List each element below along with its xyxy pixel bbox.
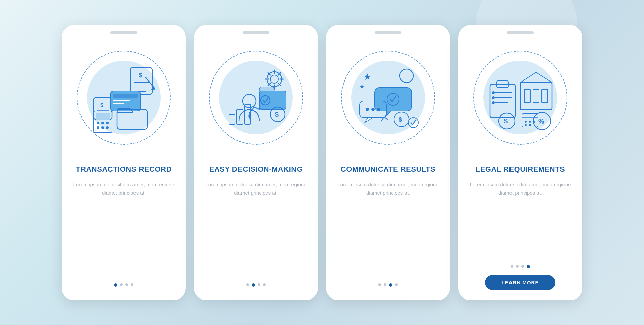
card-2-dots xyxy=(246,283,266,287)
card-1-dots xyxy=(114,283,133,287)
communicate-icon: $ xyxy=(348,57,428,138)
svg-text:%: % xyxy=(538,118,544,125)
dot-2-3 xyxy=(258,283,260,286)
svg-point-51 xyxy=(371,108,375,111)
svg-text:$: $ xyxy=(100,102,103,108)
svg-point-44 xyxy=(400,69,413,83)
illustration-transactions: $ $ xyxy=(62,34,186,161)
svg-point-20 xyxy=(97,126,99,129)
svg-text:$: $ xyxy=(139,72,142,79)
phone-notch-4 xyxy=(507,31,534,34)
svg-point-61 xyxy=(492,91,495,94)
card-3-dots xyxy=(378,283,398,287)
svg-point-55 xyxy=(408,118,418,128)
dot-3-1 xyxy=(378,283,381,286)
card-3-content: COMMUNICATE RESULTS Lorem ipsum dolor si… xyxy=(326,161,450,300)
card-4-content: LEGAL REQUIREMENTS Lorem ipsum dolor sit… xyxy=(458,161,582,300)
illustration-communicate: $ xyxy=(326,34,450,161)
card-transactions-record: $ $ xyxy=(62,25,186,300)
card-2-title: EASY DECISION-MAKING xyxy=(209,165,303,174)
dot-3-2 xyxy=(384,283,386,286)
dot-4-3 xyxy=(521,265,524,268)
transactions-icon: $ $ xyxy=(84,57,164,138)
svg-point-81 xyxy=(525,124,527,126)
dot-4-1 xyxy=(511,265,513,268)
svg-point-22 xyxy=(106,126,109,129)
dot-3-4 xyxy=(395,283,398,286)
svg-point-63 xyxy=(492,101,495,104)
dot-3-3 xyxy=(389,283,392,287)
decision-icon: $ xyxy=(216,57,296,138)
card-legal-requirements: $ % LEGAL REQUIREMENTS Lorem ipsum dolor… xyxy=(458,25,582,300)
svg-rect-66 xyxy=(524,89,530,103)
dot-1-2 xyxy=(120,283,123,286)
svg-point-80 xyxy=(533,121,535,123)
card-4-title: LEGAL REQUIREMENTS xyxy=(476,165,565,174)
svg-point-62 xyxy=(492,96,495,99)
svg-rect-68 xyxy=(542,89,548,103)
svg-point-79 xyxy=(529,121,531,123)
svg-rect-12 xyxy=(113,94,138,98)
card-3-title: COMMUNICATE RESULTS xyxy=(341,165,435,174)
svg-point-21 xyxy=(101,126,104,129)
svg-text:$: $ xyxy=(504,117,508,125)
card-communicate-results: $ COMMUNICATE RESULTS Lorem ipsum dolor … xyxy=(326,25,450,300)
svg-rect-64 xyxy=(520,83,552,109)
phone-notch-2 xyxy=(243,31,269,34)
dot-4-4 xyxy=(527,265,530,268)
card-1-description: Lorem ipsum dolor sit dim amet, mea regi… xyxy=(72,181,176,197)
card-easy-decision-making: $ EASY DECISION-MAKING Lorem ipsum dolor… xyxy=(194,25,318,300)
svg-text:$: $ xyxy=(399,116,402,123)
card-1-title: TRANSACTIONS RECORD xyxy=(76,165,172,174)
cards-container: $ $ xyxy=(48,12,596,314)
dot-1-4 xyxy=(131,283,133,286)
phone-notch-1 xyxy=(110,31,137,34)
svg-point-18 xyxy=(101,122,104,124)
svg-point-78 xyxy=(525,121,527,123)
dot-1-3 xyxy=(125,283,128,286)
card-2-content: EASY DECISION-MAKING Lorem ipsum dolor s… xyxy=(194,161,318,300)
dot-2-4 xyxy=(263,283,266,286)
phone-notch-3 xyxy=(375,31,401,34)
svg-point-50 xyxy=(366,108,369,111)
learn-more-button[interactable]: LEARN MORE xyxy=(485,275,556,290)
svg-rect-45 xyxy=(375,88,412,111)
svg-point-17 xyxy=(97,122,99,124)
svg-rect-16 xyxy=(96,113,110,120)
svg-marker-42 xyxy=(364,73,371,80)
svg-marker-65 xyxy=(520,72,552,83)
svg-point-25 xyxy=(270,75,278,83)
dot-2-2 xyxy=(252,283,255,287)
svg-text:$: $ xyxy=(275,111,279,118)
svg-point-82 xyxy=(529,124,531,126)
card-1-content: TRANSACTIONS RECORD Lorem ipsum dolor si… xyxy=(62,161,186,300)
card-4-description: Lorem ipsum dolor sit dim amet, mea regi… xyxy=(468,181,572,197)
card-2-description: Lorem ipsum dolor sit dim amet, mea regi… xyxy=(204,181,308,197)
svg-rect-38 xyxy=(229,114,235,124)
illustration-legal: $ % xyxy=(458,34,582,161)
svg-marker-43 xyxy=(360,84,364,89)
svg-point-52 xyxy=(377,108,380,111)
svg-point-19 xyxy=(106,122,109,124)
dot-4-2 xyxy=(516,265,519,268)
svg-rect-56 xyxy=(490,84,515,118)
card-3-description: Lorem ipsum dolor sit dim amet, mea regi… xyxy=(336,181,440,197)
card-4-dots xyxy=(511,265,530,268)
svg-marker-6 xyxy=(151,87,156,90)
dot-2-1 xyxy=(246,283,249,286)
svg-marker-49 xyxy=(365,118,373,123)
illustration-decision: $ xyxy=(194,34,318,161)
dot-1-1 xyxy=(114,283,117,287)
svg-rect-67 xyxy=(533,89,539,103)
legal-icon: $ % xyxy=(480,57,560,138)
